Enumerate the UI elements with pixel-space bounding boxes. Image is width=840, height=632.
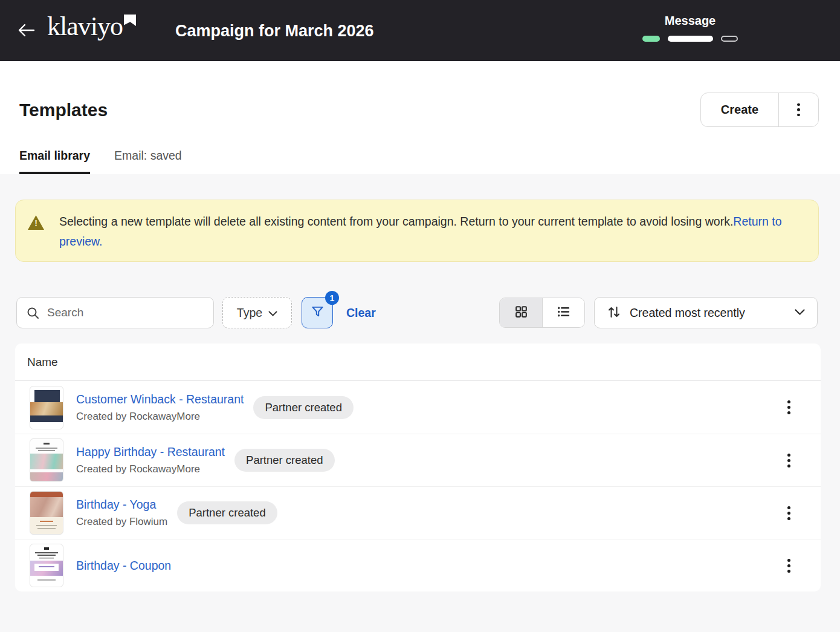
page-header: Templates Create Email library Email: sa… xyxy=(0,61,840,174)
progress-step-upcoming xyxy=(721,36,738,42)
current-step-label: Message xyxy=(642,14,738,28)
progress-step-current xyxy=(668,36,713,42)
template-table-body: Customer Winback - Restaurant Created by… xyxy=(15,381,821,591)
template-title-link[interactable]: Birthday - Coupon xyxy=(76,559,171,573)
template-title-link[interactable]: Birthday - Yoga xyxy=(76,498,156,512)
tab-email-library[interactable]: Email library xyxy=(19,149,90,174)
name-column-header: Name xyxy=(27,356,58,369)
warning-text: Selecting a new template will delete all… xyxy=(59,212,793,252)
template-table-card: Name Customer Winback - Restaurant Creat… xyxy=(15,344,821,591)
kebab-icon xyxy=(787,559,790,562)
clear-filters-link[interactable]: Clear xyxy=(340,300,382,326)
create-split-button: Create xyxy=(700,93,819,127)
template-title-link[interactable]: Happy Birthday - Restaurant xyxy=(76,445,225,459)
chevron-down-icon xyxy=(795,308,805,318)
filter-button[interactable]: 1 xyxy=(302,297,333,328)
tab-email-saved[interactable]: Email: saved xyxy=(114,149,182,174)
sort-dropdown[interactable]: Created most recently xyxy=(594,297,818,328)
row-options-button[interactable] xyxy=(783,554,795,578)
view-toggle xyxy=(499,298,585,328)
toolbar: Type 1 Clear xyxy=(16,297,818,328)
table-row: Birthday - Yoga Created by Flowium Partn… xyxy=(15,486,821,539)
kebab-icon xyxy=(787,400,790,403)
sort-arrows-icon xyxy=(607,305,621,321)
row-options-button[interactable] xyxy=(783,449,795,472)
progress-stepper: Message xyxy=(642,14,738,42)
campaign-title: Campaign for March 2026 xyxy=(175,22,374,41)
table-row: Birthday - Coupon xyxy=(15,539,821,591)
template-subtitle: Created by RockawayMore xyxy=(76,411,244,423)
sort-label: Created most recently xyxy=(630,306,745,320)
search-box xyxy=(16,297,214,328)
table-row: Happy Birthday - Restaurant Created by R… xyxy=(15,434,821,486)
table-row: Customer Winback - Restaurant Created by… xyxy=(15,381,821,434)
toolbar-right-group: Created most recently xyxy=(499,297,818,328)
template-thumbnail[interactable] xyxy=(30,438,63,482)
list-view-button[interactable] xyxy=(542,298,584,327)
partner-created-badge: Partner created xyxy=(177,501,277,524)
kebab-icon xyxy=(787,454,790,457)
funnel-icon xyxy=(311,305,325,321)
kebab-icon xyxy=(797,103,800,106)
create-more-options-button[interactable] xyxy=(778,93,818,126)
table-header: Name xyxy=(15,344,821,381)
create-button[interactable]: Create xyxy=(701,93,778,126)
klaviyo-flag-icon xyxy=(124,15,136,26)
klaviyo-logo: klaviyo xyxy=(47,13,123,40)
warning-banner: Selecting a new template will delete all… xyxy=(15,200,819,262)
toolbar-left-group: Type 1 Clear xyxy=(16,297,382,328)
progress-steps xyxy=(642,36,738,42)
template-thumbnail[interactable] xyxy=(30,544,63,587)
warning-icon xyxy=(28,215,44,230)
template-title-link[interactable]: Customer Winback - Restaurant xyxy=(76,393,244,406)
partner-created-badge: Partner created xyxy=(253,396,354,419)
arrow-left-icon xyxy=(18,30,36,39)
template-thumbnail[interactable] xyxy=(30,491,63,535)
template-thumbnail[interactable] xyxy=(30,386,63,429)
filter-count-badge: 1 xyxy=(325,291,339,305)
grid-view-button[interactable] xyxy=(500,298,542,327)
chevron-down-icon xyxy=(268,306,277,320)
template-subtitle: Created by RockawayMore xyxy=(76,463,225,475)
kebab-icon xyxy=(787,506,790,509)
progress-step-complete xyxy=(642,36,660,42)
row-options-button[interactable] xyxy=(783,396,795,419)
list-icon xyxy=(556,304,571,321)
search-input[interactable] xyxy=(16,297,214,328)
type-filter-dropdown[interactable]: Type xyxy=(222,297,292,328)
row-options-button[interactable] xyxy=(783,501,795,525)
partner-created-badge: Partner created xyxy=(234,449,335,472)
top-navigation-bar: klaviyo Campaign for March 2026 Message xyxy=(0,0,840,61)
template-tabs: Email library Email: saved xyxy=(19,149,182,174)
page-title: Templates xyxy=(19,100,108,120)
template-subtitle: Created by Flowium xyxy=(76,516,167,528)
content-area: Selecting a new template will delete all… xyxy=(0,200,840,632)
grid-icon xyxy=(514,304,529,321)
back-button[interactable] xyxy=(15,21,39,41)
